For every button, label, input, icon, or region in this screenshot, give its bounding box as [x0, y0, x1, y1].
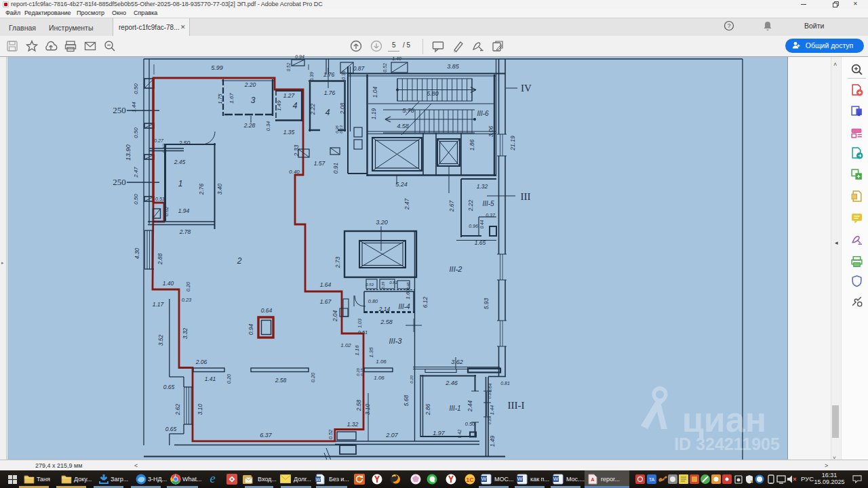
svg-text:3.40: 3.40: [216, 183, 223, 195]
svg-text:III-I: III-I: [508, 400, 525, 411]
svg-text:2.08: 2.08: [339, 102, 346, 115]
svg-text:III-1: III-1: [449, 405, 460, 412]
svg-text:2.47: 2.47: [403, 198, 410, 210]
svg-text:3.62: 3.62: [451, 359, 463, 365]
svg-text:W: W: [481, 476, 487, 482]
svg-text:1.67: 1.67: [229, 93, 235, 104]
svg-text:2.62: 2.62: [174, 403, 181, 415]
svg-text:2.45: 2.45: [174, 159, 186, 165]
svg-text:1.64: 1.64: [320, 281, 332, 288]
svg-text:0.52: 0.52: [382, 63, 387, 73]
svg-text:0.13: 0.13: [339, 125, 343, 134]
svg-text:TA: TA: [649, 477, 655, 482]
svg-text:250: 250: [113, 177, 126, 187]
svg-text:0.20: 0.20: [185, 281, 191, 291]
svg-text:1.27: 1.27: [283, 92, 295, 99]
svg-text:3: 3: [251, 96, 256, 105]
svg-text:0.42: 0.42: [162, 144, 167, 153]
svg-text:0.40: 0.40: [289, 169, 300, 175]
svg-text:III-4: III-4: [398, 303, 410, 310]
svg-text:0.50: 0.50: [133, 83, 139, 94]
svg-text:0.80: 0.80: [368, 298, 378, 304]
svg-text:3.52: 3.52: [157, 334, 164, 346]
svg-text:1.76: 1.76: [323, 71, 335, 78]
svg-text:3.20: 3.20: [376, 219, 388, 226]
svg-text:циан: циан: [682, 400, 766, 439]
svg-text:3.85: 3.85: [447, 63, 460, 70]
svg-text:5.24: 5.24: [395, 181, 408, 188]
svg-text:0.52: 0.52: [328, 429, 334, 439]
svg-text:1.32: 1.32: [477, 183, 488, 190]
svg-text:0.27: 0.27: [154, 138, 164, 143]
svg-text:1.44: 1.44: [489, 405, 495, 415]
svg-text:13.90: 13.90: [124, 144, 132, 160]
svg-text:A: A: [591, 477, 594, 482]
svg-text:1.86: 1.86: [469, 139, 475, 150]
svg-text:0.39: 0.39: [309, 72, 314, 81]
svg-text:1.40: 1.40: [392, 56, 401, 61]
svg-text:2.22: 2.22: [309, 103, 316, 115]
svg-text:0.81: 0.81: [389, 281, 397, 285]
svg-text:2.14: 2.14: [378, 306, 391, 312]
svg-text:2.50: 2.50: [178, 140, 191, 146]
svg-text:1.67: 1.67: [320, 298, 332, 305]
svg-text:1.76: 1.76: [324, 89, 336, 96]
svg-text:2.33: 2.33: [293, 144, 300, 157]
svg-text:0.65: 0.65: [165, 426, 177, 432]
svg-text:2.20: 2.20: [244, 81, 256, 88]
svg-text:0.37: 0.37: [486, 213, 496, 218]
svg-text:III-6: III-6: [477, 110, 489, 117]
svg-text:2.07: 2.07: [385, 432, 399, 439]
svg-text:1: 1: [178, 179, 183, 188]
svg-text:0.64: 0.64: [488, 383, 492, 392]
svg-text:2.44: 2.44: [467, 400, 473, 412]
svg-text:0.62: 0.62: [163, 206, 170, 216]
svg-text:0.51: 0.51: [155, 196, 165, 202]
svg-text:0.96: 0.96: [469, 224, 478, 228]
svg-text:1.04: 1.04: [372, 86, 378, 98]
svg-text:0.34: 0.34: [265, 121, 271, 131]
svg-text:0.65: 0.65: [163, 384, 175, 390]
svg-text:0.10: 0.10: [488, 391, 492, 399]
svg-text:2.46: 2.46: [445, 380, 458, 386]
svg-text:2.58: 2.58: [355, 399, 362, 411]
svg-text:1.97: 1.97: [433, 430, 446, 436]
svg-text:3.10: 3.10: [364, 403, 371, 415]
svg-text:1.75: 1.75: [217, 94, 223, 104]
svg-text:5.80: 5.80: [427, 90, 439, 97]
svg-text:5.93: 5.93: [483, 298, 490, 309]
svg-text:2.78: 2.78: [179, 228, 191, 235]
svg-text:0.42: 0.42: [457, 429, 462, 438]
svg-text:3.10: 3.10: [197, 403, 203, 415]
svg-text:1.35: 1.35: [283, 129, 295, 136]
svg-text:1.49: 1.49: [276, 100, 282, 111]
svg-text:W: W: [316, 477, 321, 482]
svg-text:1.35: 1.35: [368, 347, 374, 358]
svg-text:1.44: 1.44: [131, 102, 137, 113]
svg-text:0.10: 0.10: [488, 417, 492, 425]
svg-text:0.20: 0.20: [410, 375, 414, 384]
svg-text:1.16: 1.16: [354, 345, 360, 356]
svg-text:5.99: 5.99: [211, 64, 223, 71]
svg-text:0.15: 0.15: [360, 368, 364, 376]
svg-text:2: 2: [237, 256, 242, 266]
svg-text:0.48: 0.48: [406, 282, 410, 290]
svg-text:0.44: 0.44: [479, 220, 484, 228]
svg-text:2.73: 2.73: [334, 256, 341, 268]
svg-text:6.37: 6.37: [260, 432, 273, 439]
svg-text:1С: 1С: [466, 476, 474, 483]
svg-text:0.20: 0.20: [226, 373, 232, 384]
svg-text:0.53: 0.53: [366, 283, 374, 287]
svg-text:4: 4: [326, 108, 330, 117]
svg-text:0.20: 0.20: [310, 372, 316, 382]
svg-text:4: 4: [293, 101, 298, 110]
svg-text:W: W: [517, 476, 523, 482]
svg-text:2.04: 2.04: [332, 310, 338, 322]
svg-text:2.58: 2.58: [380, 319, 393, 325]
svg-text:1.02: 1.02: [340, 342, 351, 348]
svg-text:2.76: 2.76: [198, 183, 205, 195]
svg-text:0.51: 0.51: [358, 329, 368, 336]
svg-text:2.67: 2.67: [448, 200, 455, 212]
svg-text:5.68: 5.68: [403, 394, 410, 406]
svg-text:1.06: 1.06: [374, 375, 384, 381]
